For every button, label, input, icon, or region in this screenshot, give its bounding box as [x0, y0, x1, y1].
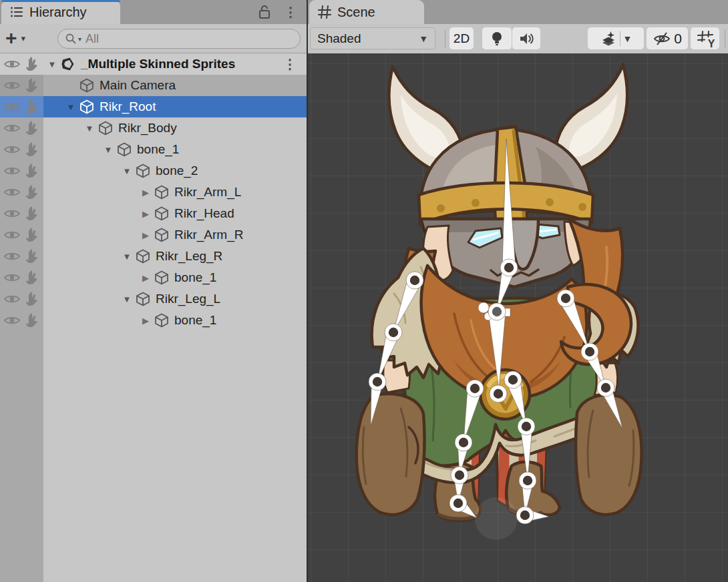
eye-icon[interactable]	[3, 291, 21, 307]
pick-hand-icon[interactable]	[23, 120, 41, 136]
create-menu-button[interactable]: + ▾	[5, 29, 25, 47]
bone-handle-icon[interactable]	[478, 302, 489, 313]
plus-icon: +	[5, 29, 17, 47]
2d-label: 2D	[453, 31, 470, 46]
tree-row[interactable]: ▼ bone_2	[0, 160, 307, 182]
tree-row[interactable]: Main Camera	[0, 75, 307, 96]
eye-icon[interactable]	[3, 56, 21, 72]
bone-joint-center	[508, 375, 518, 384]
tab-scene[interactable]: Scene	[309, 0, 424, 24]
tree-item-label: _Multiple Skinned Sprites	[81, 57, 235, 71]
eye-icon[interactable]	[3, 99, 21, 115]
expand-triangle[interactable]: ▼	[44, 59, 60, 69]
row-gutter	[0, 203, 43, 224]
bone-joint-center	[453, 499, 463, 508]
bone-joint-center	[373, 377, 382, 386]
eye-icon[interactable]	[3, 206, 21, 222]
tree-row[interactable]: ▼ _Multiple Skinned Sprites ⋮	[0, 53, 307, 75]
eye-icon[interactable]	[3, 163, 21, 179]
search-field[interactable]: ▾	[57, 29, 301, 49]
grid-axis-button[interactable]: Y	[691, 27, 719, 49]
pick-hand-icon[interactable]	[23, 56, 41, 72]
tree-row-selected[interactable]: ▼ Rikr_Root	[0, 96, 307, 117]
eye-icon[interactable]	[3, 120, 21, 136]
pick-hand-icon[interactable]	[23, 312, 41, 328]
speaker-icon	[518, 31, 534, 46]
pick-hand-icon[interactable]	[23, 248, 41, 264]
bone-joint-center	[561, 294, 570, 303]
search-input[interactable]	[85, 32, 293, 46]
eye-icon[interactable]	[3, 227, 21, 243]
row-gutter	[0, 160, 43, 182]
chevron-down-icon: ▼	[623, 33, 632, 44]
pick-hand-icon[interactable]	[23, 77, 41, 93]
pick-hand-icon[interactable]	[23, 291, 41, 307]
tree-row[interactable]: ▶ Rikr_Arm_L	[0, 182, 307, 203]
tab-scene-label: Scene	[337, 5, 375, 20]
gameobject-cube-icon	[135, 163, 151, 179]
scene-canvas	[308, 53, 728, 582]
scene-visibility-button[interactable]: 0	[647, 27, 688, 49]
expand-triangle[interactable]: ▶	[138, 316, 154, 326]
expand-triangle[interactable]: ▼	[81, 123, 98, 133]
row-gutter	[0, 182, 43, 203]
tree-row[interactable]: ▼ bone_1	[0, 139, 307, 160]
pick-hand-icon[interactable]	[23, 227, 41, 243]
expand-triangle[interactable]: ▼	[63, 102, 79, 112]
pick-hand-icon[interactable]	[23, 163, 41, 179]
tree-row[interactable]: ▼ Rikr_Body	[0, 117, 307, 139]
tree-row[interactable]: ▼ Rikr_Leg_L	[0, 288, 307, 310]
row-gutter	[0, 288, 43, 310]
tree-row[interactable]: ▶ Rikr_Arm_R	[0, 224, 307, 246]
expand-triangle[interactable]: ▶	[138, 230, 154, 240]
shading-mode-dropdown[interactable]: Shaded ▼	[310, 27, 435, 49]
expand-triangle[interactable]: ▼	[119, 294, 135, 304]
expand-triangle[interactable]: ▶	[138, 188, 154, 198]
row-gutter	[0, 267, 43, 288]
tree-item-label: Rikr_Leg_R	[156, 249, 222, 264]
tree-row[interactable]: ▶ bone_1	[0, 267, 307, 288]
lighting-toggle-button[interactable]	[482, 27, 512, 49]
gameobject-cube-icon	[135, 291, 151, 307]
tree-item-label: Main Camera	[100, 78, 176, 93]
expand-triangle[interactable]: ▼	[119, 166, 135, 176]
tree-row[interactable]: ▶ Rikr_Head	[0, 203, 307, 224]
scene-viewport[interactable]	[308, 53, 728, 582]
audio-toggle-button[interactable]	[512, 27, 540, 49]
eye-icon[interactable]	[3, 141, 21, 158]
eye-icon[interactable]	[3, 312, 21, 328]
scene-panel: Scene Shaded ▼ 2D	[308, 0, 728, 582]
bone-joint-center	[470, 384, 480, 393]
expand-triangle[interactable]: ▼	[119, 252, 135, 262]
expand-triangle[interactable]: ▶	[138, 273, 154, 283]
chevron-down-icon: ▼	[419, 33, 428, 44]
bone-joint-center	[522, 422, 531, 431]
tab-hierarchy[interactable]: Hierarchy	[1, 0, 120, 24]
effects-icon	[600, 30, 617, 47]
tree-row[interactable]: ▼ Rikr_Leg_R	[0, 246, 307, 267]
tree-row[interactable]: ▶ bone_1	[0, 310, 307, 331]
pick-hand-icon[interactable]	[23, 99, 41, 115]
expand-triangle[interactable]: ▼	[100, 145, 116, 155]
kebab-icon[interactable]: ⋮	[284, 4, 297, 20]
bone-joint-center	[459, 438, 468, 447]
pick-hand-icon[interactable]	[23, 270, 41, 286]
unity-editor-window: Hierarchy ⋮ + ▾	[0, 0, 728, 582]
gameobject-cube-icon	[79, 77, 95, 93]
pick-hand-icon[interactable]	[23, 206, 41, 222]
effects-dropdown-button[interactable]: ▼	[588, 27, 644, 49]
kebab-icon[interactable]: ⋮	[283, 53, 297, 75]
eye-icon[interactable]	[3, 77, 21, 93]
eye-icon[interactable]	[3, 270, 21, 286]
gameobject-cube-icon	[116, 141, 132, 158]
expand-triangle[interactable]: ▶	[138, 209, 154, 219]
pick-hand-icon[interactable]	[23, 184, 41, 200]
eye-icon[interactable]	[3, 184, 21, 200]
unlock-icon[interactable]	[257, 4, 272, 20]
shading-mode-label: Shaded	[317, 31, 361, 46]
gameobject-cube-icon	[154, 270, 170, 286]
eye-icon[interactable]	[3, 248, 21, 264]
2d-toggle-button[interactable]: 2D	[449, 27, 474, 49]
gameobject-cube-icon	[154, 184, 170, 200]
pick-hand-icon[interactable]	[23, 141, 41, 158]
